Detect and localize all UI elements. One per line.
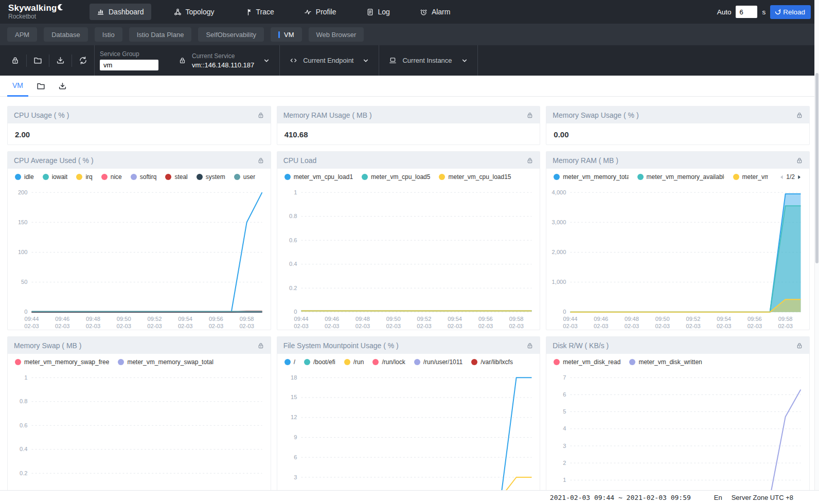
chevron-down-icon <box>461 58 468 64</box>
svg-text:09:50: 09:50 <box>655 316 670 322</box>
toolbar-lock-icon[interactable] <box>4 56 26 65</box>
legend-item-steal[interactable]: steal <box>165 173 187 181</box>
lock-icon[interactable] <box>526 157 533 164</box>
svg-text:0.4: 0.4 <box>20 446 27 452</box>
lock-icon[interactable] <box>796 342 803 349</box>
pagetab-download-icon[interactable] <box>53 82 72 91</box>
svg-text:0.8: 0.8 <box>20 398 27 404</box>
service-group-input[interactable] <box>100 60 158 70</box>
lock-icon[interactable] <box>796 157 803 164</box>
code-icon <box>290 57 297 64</box>
nav-item-topology[interactable]: Topology <box>167 4 222 20</box>
svg-text:0.6: 0.6 <box>20 422 27 428</box>
nav-item-log[interactable]: Log <box>359 4 397 20</box>
reload-button[interactable]: Reload <box>770 5 811 19</box>
svg-text:02-03: 02-03 <box>209 323 223 329</box>
time-range-picker[interactable]: 2021-02-03 09:44 ~ 2021-02-03 09:59 <box>550 494 691 501</box>
svg-text:02-03: 02-03 <box>294 323 308 329</box>
nav-item-dashboard[interactable]: Dashboard <box>90 4 151 20</box>
svg-text:02-03: 02-03 <box>116 323 131 329</box>
language-toggle[interactable]: En <box>714 494 722 501</box>
dashboard-tab-istio-data-plane[interactable]: Istio Data Plane <box>129 27 192 42</box>
svg-text:0.8: 0.8 <box>289 213 297 219</box>
legend-item-meter-vm[interactable]: meter_vm <box>733 173 769 181</box>
lock-icon[interactable] <box>257 342 264 349</box>
legend-item-item[interactable]: / <box>284 358 295 366</box>
lock-icon[interactable] <box>257 112 264 119</box>
toolbar-refresh-icon[interactable] <box>72 56 94 65</box>
legend-item-meter-vm-disk-written[interactable]: meter_vm_disk_written <box>629 358 702 366</box>
legend-item-meter-vm-memory-total[interactable]: meter_vm_memory_total <box>554 173 628 181</box>
toolbar-folder-icon[interactable] <box>27 56 49 65</box>
svg-text:3: 3 <box>563 443 566 449</box>
dashboard-tab-selfobservability[interactable]: SelfObservability <box>198 27 264 42</box>
svg-text:02-03: 02-03 <box>478 323 492 329</box>
legend-item-iowait[interactable]: iowait <box>43 173 68 181</box>
chart-svg: 00.20.40.60.8109:4402-0309:4602-0309:480… <box>8 370 271 504</box>
brand[interactable]: Skywalking Rocketbot <box>8 4 84 20</box>
lock-icon[interactable] <box>257 157 264 164</box>
legend-item-meter-vm-memory-swap-total[interactable]: meter_vm_memory_swap_total <box>118 358 213 366</box>
legend-item-user[interactable]: user <box>234 173 255 181</box>
topology-icon <box>174 8 182 16</box>
nav-item-trace[interactable]: Trace <box>237 4 281 20</box>
dashboard-template-tabs: APMDatabaseIstioIstio Data PlaneSelfObse… <box>0 24 819 45</box>
nav-item-profile[interactable]: Profile <box>297 4 344 20</box>
legend-item-boot-efi[interactable]: /boot/efi <box>304 358 335 366</box>
card-title: CPU Usage ( % ) <box>14 111 69 119</box>
dashboard-tab-istio[interactable]: Istio <box>95 27 122 42</box>
auto-refresh-controls: Auto s Reload <box>717 5 811 19</box>
legend-item-run[interactable]: /run <box>344 358 364 366</box>
toolbar-download-icon[interactable] <box>49 56 72 65</box>
lock-icon[interactable] <box>796 112 803 119</box>
svg-text:4: 4 <box>563 425 566 431</box>
chart-svg: 01,0002,0003,0004,00009:4402-0309:4602-0… <box>546 185 809 330</box>
dashboard-icon <box>97 8 104 16</box>
current-instance-select[interactable]: Current Instance <box>379 45 477 76</box>
pagetab-folder-icon[interactable] <box>31 82 50 91</box>
scrollbar-thumb[interactable] <box>815 73 818 263</box>
legend-item-meter-vm-cpu-load15[interactable]: meter_vm_cpu_load15 <box>439 173 511 181</box>
card-header: File System Mountpoint Usage ( % ) <box>277 337 540 354</box>
legend-item-var-lib-lxcfs[interactable]: /var/lib/lxcfs <box>471 358 513 366</box>
svg-text:09:48: 09:48 <box>86 316 100 322</box>
svg-text:02-03: 02-03 <box>448 323 462 329</box>
stat-card-memory-swap-usage: Memory Swap Usage ( % )0.00 <box>546 106 810 145</box>
legend-item-system[interactable]: system <box>197 173 225 181</box>
chart-card-memory-swap-mb: Memory Swap ( MB )meter_vm_memory_swap_f… <box>7 336 271 504</box>
legend-item-nice[interactable]: nice <box>101 173 122 181</box>
dashboard-tab-vm[interactable]: VM <box>271 27 302 42</box>
scrollbar-track[interactable] <box>814 0 819 504</box>
legend-item-meter-vm-memory-swap-free[interactable]: meter_vm_memory_swap_free <box>15 358 109 366</box>
legend-dot <box>165 174 171 180</box>
legend-item-irq[interactable]: irq <box>76 173 92 181</box>
legend-item-meter-vm-cpu-load5[interactable]: meter_vm_cpu_load5 <box>362 173 430 181</box>
svg-text:2: 2 <box>563 460 566 466</box>
current-endpoint-select[interactable]: Current Endpoint <box>280 45 379 76</box>
legend-item-run-lock[interactable]: /run/lock <box>372 358 405 366</box>
legend-item-idle[interactable]: idle <box>15 173 34 181</box>
svg-text:09:54: 09:54 <box>717 316 732 322</box>
pager-prev-icon[interactable] <box>779 174 785 181</box>
current-service-select[interactable]: Current Service vm::146.148.110.187 <box>169 45 279 76</box>
lock-icon[interactable] <box>526 342 533 349</box>
auto-refresh-interval-input[interactable] <box>736 6 757 18</box>
svg-text:09:48: 09:48 <box>625 316 639 322</box>
legend-item-meter-vm-cpu-load1[interactable]: meter_vm_cpu_load1 <box>284 173 353 181</box>
tab-vm[interactable]: VM <box>7 76 28 97</box>
legend-item-run-user-1011[interactable]: /run/user/1011 <box>414 358 463 366</box>
dashboard-tab-apm[interactable]: APM <box>7 27 37 42</box>
nav-item-alarm[interactable]: Alarm <box>413 4 458 20</box>
legend-item-softirq[interactable]: softirq <box>131 173 157 181</box>
legend-dot <box>76 174 82 180</box>
pager-next-icon[interactable] <box>796 174 802 181</box>
dashboard-tab-web-browser[interactable]: Web Browser <box>309 27 364 42</box>
legend-item-meter-vm-disk-read[interactable]: meter_vm_disk_read <box>554 358 620 366</box>
lock-icon[interactable] <box>526 112 533 119</box>
svg-text:02-03: 02-03 <box>386 323 400 329</box>
legend-dot <box>554 359 560 365</box>
legend-item-meter-vm-memory-available[interactable]: meter_vm_memory_available <box>637 173 724 181</box>
chart-canvas: 05010015020009:4402-0309:4602-0309:4802-… <box>8 185 271 330</box>
svg-text:09:52: 09:52 <box>686 316 701 322</box>
dashboard-tab-database[interactable]: Database <box>44 27 88 42</box>
